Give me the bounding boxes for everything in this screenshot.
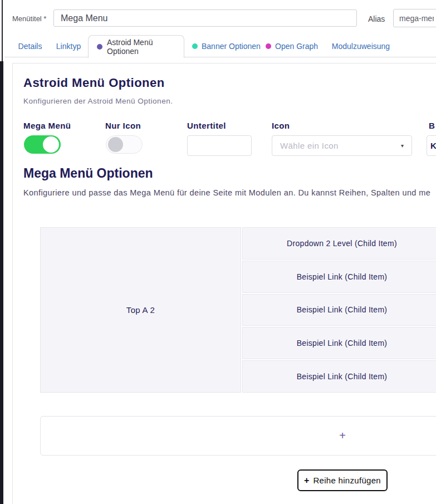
badge-select-value: K — [430, 141, 436, 150]
sidebar-edge-strip — [0, 61, 3, 504]
add-column-box[interactable]: + — [40, 416, 436, 456]
alias-label: Alias — [368, 14, 385, 23]
builder-child-item[interactable]: Dropdown 2 Level (Child Item) — [242, 227, 436, 260]
icon-only-label: Nur Icon — [105, 121, 141, 130]
tab-astroid-label: Astroid Menü Optionen — [107, 38, 184, 56]
chevron-down-icon: ▾ — [401, 143, 404, 149]
builder-child-item[interactable]: Beispiel Link (Child Item) — [242, 294, 436, 326]
banner-tab-dot-icon — [192, 43, 198, 49]
icon-select[interactable]: Wähle ein Icon ▾ — [272, 135, 412, 156]
tab-open-graph-label: Open Graph — [275, 42, 318, 51]
menu-title-input[interactable] — [53, 9, 357, 27]
astroid-tab-dot-icon — [97, 44, 102, 50]
builder-child-item[interactable]: Beispiel Link (Child Item) — [242, 360, 436, 393]
mega-menu-toggle[interactable] — [24, 135, 61, 154]
menu-title-label: Menütitel * — [12, 14, 46, 23]
icon-label: Icon — [272, 121, 290, 130]
add-row-button[interactable]: + Reihe hinzufügen — [297, 469, 388, 491]
icon-select-placeholder: Wähle ein Icon — [280, 141, 401, 150]
subtitle-input[interactable] — [187, 135, 252, 156]
mega-menu-label: Mega Menü — [23, 121, 71, 130]
tab-banner-options[interactable]: Banner Optionen — [192, 35, 261, 57]
megamenu-description: Konfiguriere und passe das Mega Menü für… — [23, 188, 436, 197]
page: Menütitel * Alias Details Linktyp Astroi… — [0, 0, 436, 504]
tab-module-assignment[interactable]: Modulzuweisung — [330, 35, 392, 57]
subtitle-label: Untertitel — [187, 121, 226, 130]
plus-icon: + — [339, 429, 346, 442]
toggle-knob — [43, 136, 59, 153]
panel-title: Astroid Menü Optionen — [23, 76, 165, 90]
builder-parent-label: Top A 2 — [126, 305, 155, 315]
megamenu-title: Mega Menü Optionen — [23, 166, 153, 181]
builder-child-column: Dropdown 2 Level (Child Item) Beispiel L… — [242, 227, 436, 393]
builder-parent-cell[interactable]: Top A 2 — [40, 227, 241, 393]
toggle-knob — [108, 137, 123, 152]
open-graph-tab-dot-icon — [266, 43, 271, 49]
tab-details[interactable]: Details — [14, 35, 46, 57]
tab-module-assignment-label: Modulzuweisung — [332, 35, 390, 57]
sidebar-edge-line — [2, 0, 3, 62]
tab-open-graph[interactable]: Open Graph — [266, 35, 318, 57]
tab-banner-label: Banner Optionen — [202, 42, 261, 51]
alias-input[interactable] — [393, 9, 436, 27]
tab-astroid-menu-options[interactable]: Astroid Menü Optionen — [88, 35, 184, 58]
plus-icon: + — [304, 476, 309, 486]
builder-child-item[interactable]: Beispiel Link (Child Item) — [242, 261, 436, 293]
add-row-button-label: Reihe hinzufügen — [313, 476, 381, 485]
icon-only-toggle[interactable] — [106, 135, 143, 154]
tab-linktyp[interactable]: Linktyp — [53, 35, 84, 57]
panel-subtitle: Konfigurieren der Astroid Menü Optionen. — [23, 97, 173, 105]
builder-child-item[interactable]: Beispiel Link (Child Item) — [242, 327, 436, 359]
badge-select[interactable]: K — [427, 135, 436, 156]
badge-label: B — [429, 121, 435, 130]
